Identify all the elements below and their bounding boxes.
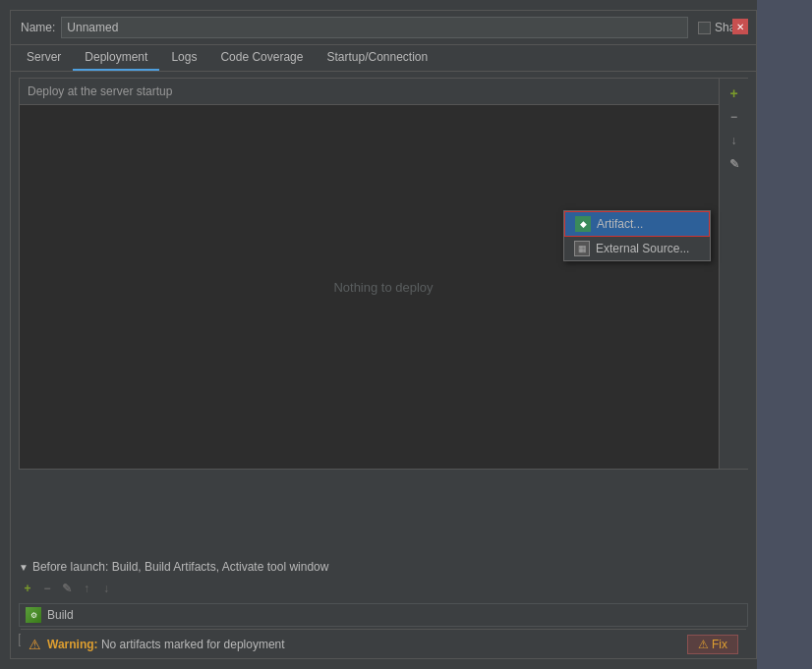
run-configuration-dialog: Name: Share ✕ Server Deployment Logs Cod… <box>10 10 757 659</box>
warning-bar: ⚠ Warning: No artifacts marked for deplo… <box>21 629 746 658</box>
tab-startup[interactable]: Startup/Connection <box>315 45 439 71</box>
side-panel <box>757 0 812 669</box>
warning-icon: ⚠ <box>29 637 41 652</box>
content-area: Deploy at the server startup Nothing to … <box>11 72 756 658</box>
warning-text: Warning: No artifacts marked for deploym… <box>47 638 285 651</box>
before-launch-toolbar: + − ✎ ↑ ↓ <box>19 578 748 599</box>
build-label: Build <box>47 608 74 622</box>
close-button[interactable]: ✕ <box>732 19 748 34</box>
right-toolbar: + − ↓ ✎ <box>719 79 748 469</box>
before-launch-label: Before launch: Build, Build Artifacts, A… <box>32 560 329 574</box>
deploy-wrapper: Deploy at the server startup Nothing to … <box>19 78 748 552</box>
deploy-area: Nothing to deploy <box>20 105 747 469</box>
edit-button[interactable]: ✎ <box>724 153 745 175</box>
deploy-label: Deploy at the server startup <box>20 79 747 105</box>
artifact-label: Artifact... <box>597 217 643 231</box>
down-button[interactable]: ↓ <box>724 130 745 151</box>
fix-button[interactable]: ⚠ Fix <box>687 635 738 654</box>
share-checkbox[interactable] <box>698 22 711 34</box>
warning-message: No artifacts marked for deployment <box>98 638 285 651</box>
tab-code-coverage[interactable]: Code Coverage <box>208 45 315 71</box>
add-button[interactable]: + <box>724 83 745 104</box>
name-input[interactable] <box>61 17 688 38</box>
tab-deployment[interactable]: Deployment <box>73 45 159 71</box>
name-label: Name: <box>21 21 55 34</box>
before-launch-up[interactable]: ↑ <box>78 580 95 597</box>
tab-logs[interactable]: Logs <box>159 45 208 71</box>
before-launch-remove[interactable]: − <box>38 580 56 597</box>
empty-deploy-text: Nothing to deploy <box>333 280 433 295</box>
tabs-bar: Server Deployment Logs Code Coverage Sta… <box>11 45 756 72</box>
build-icon: ⚙ <box>26 607 41 623</box>
artifact-icon: ◆ <box>575 216 591 232</box>
build-item: ⚙ Build <box>19 603 748 627</box>
external-source-label: External Source... <box>596 242 689 255</box>
before-launch-edit[interactable]: ✎ <box>58 580 76 597</box>
dropdown-external-source[interactable]: ▦ External Source... <box>564 237 710 260</box>
external-source-icon: ▦ <box>574 241 590 256</box>
before-launch-header: ▼ Before launch: Build, Build Artifacts,… <box>19 556 748 578</box>
before-launch-down[interactable]: ↓ <box>97 580 115 597</box>
collapse-triangle[interactable]: ▼ <box>19 562 29 573</box>
before-launch-add[interactable]: + <box>19 580 36 597</box>
add-dropdown-menu: ◆ Artifact... ▦ External Source... <box>563 210 711 261</box>
deploy-section: Deploy at the server startup Nothing to … <box>19 78 748 470</box>
title-bar: Name: Share ✕ <box>11 11 756 45</box>
dropdown-artifact[interactable]: ◆ Artifact... <box>564 211 710 237</box>
tab-server[interactable]: Server <box>15 45 73 71</box>
warning-prefix: Warning: <box>47 638 98 651</box>
remove-button[interactable]: − <box>724 106 745 128</box>
